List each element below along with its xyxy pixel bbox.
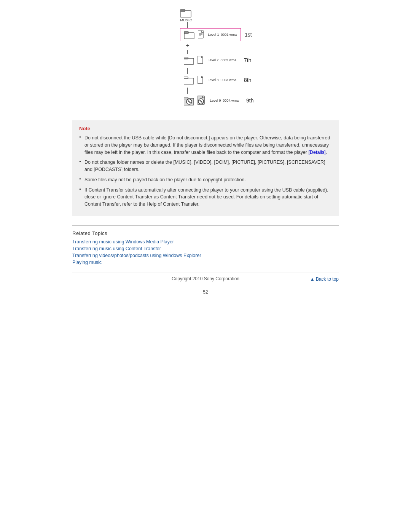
- svg-rect-10: [198, 56, 203, 64]
- svg-rect-13: [198, 76, 203, 83]
- note-item-2: Do not change folder names or delete the…: [79, 159, 332, 173]
- row-1-icons: Level 1 0001.wma: [180, 28, 241, 41]
- folder-icon-7: [184, 56, 194, 65]
- related-link-4[interactable]: Playing music: [72, 260, 339, 265]
- music-folder-icon: [180, 8, 192, 18]
- connector-3: [187, 88, 188, 94]
- diagram-row-7: Level 7 0002.wma 7th: [180, 54, 251, 66]
- svg-rect-4: [198, 30, 203, 38]
- row-1-label: Level 1 0001.wma: [208, 33, 237, 37]
- row-7-icons: Level 7 0002.wma: [180, 54, 240, 66]
- ordinal-1: 1st: [245, 32, 252, 38]
- footer-right: ▲ Back to top: [250, 276, 339, 282]
- row-8-label: Level 8 0003.wma: [207, 78, 236, 82]
- note-item-4: If Content Transfer starts automatically…: [79, 187, 332, 208]
- note-box: Note Do not disconnect the USB cable whi…: [72, 120, 339, 216]
- ordinal-7: 7th: [244, 57, 251, 63]
- forbidden-folder-icon: [184, 95, 194, 106]
- connector-1: [187, 50, 188, 54]
- footer-area: Copyright 2010 Sony Corporation ▲ Back t…: [72, 273, 339, 282]
- related-link-1[interactable]: Transferring music using Windows Media P…: [72, 239, 339, 244]
- row-9-label: Level 9 0004.wma: [210, 99, 239, 102]
- folder-icon-8: [184, 75, 194, 85]
- file-icon-8: [198, 76, 204, 84]
- svg-rect-15: [184, 97, 188, 99]
- note-item-1: Do not disconnect the USB cable while [D…: [79, 134, 332, 156]
- related-section: Related Topics Transferring music using …: [72, 225, 339, 265]
- back-to-top-link[interactable]: ▲ Back to top: [310, 276, 339, 282]
- connector-0: [187, 22, 188, 28]
- related-topics-title: Related Topics: [72, 230, 339, 236]
- copyright-text: Copyright 2010 Sony Corporation: [161, 276, 250, 281]
- row-8-icons: Level 8 0003.wma: [180, 74, 240, 86]
- page-container: MUSIC: [0, 0, 411, 532]
- note-item-3: Some files may not be played back on the…: [79, 176, 332, 184]
- row-7-label: Level 7 0002.wma: [207, 58, 236, 62]
- row-9-icons: Level 9 0004.wma: [180, 94, 242, 107]
- connector-2: [187, 68, 188, 74]
- page-number: 52: [203, 289, 208, 295]
- diagram-section: MUSIC: [157, 8, 253, 109]
- file-icon-1: [198, 30, 205, 39]
- diagram-container: MUSIC: [157, 8, 253, 109]
- forbidden-file-icon: [198, 95, 207, 106]
- music-label: MUSIC: [180, 18, 192, 22]
- details-link[interactable]: [Details]: [309, 150, 326, 155]
- ordinal-9: 9th: [246, 97, 253, 104]
- diagram-row-1: Level 1 0001.wma 1st: [180, 28, 252, 41]
- ordinal-8: 8th: [244, 77, 251, 83]
- music-folder-group: MUSIC: [180, 8, 192, 22]
- plus-connector: +: [186, 43, 189, 49]
- note-title: Note: [79, 126, 332, 131]
- related-link-2[interactable]: Transferring music using Content Transfe…: [72, 246, 339, 251]
- diagram-row-8: Level 8 0003.wma 8th: [180, 74, 251, 86]
- file-icon-7: [198, 56, 204, 64]
- note-list: Do not disconnect the USB cable while [D…: [79, 134, 332, 208]
- related-link-3[interactable]: Transferring videos/photos/podcasts usin…: [72, 253, 339, 258]
- folder-icon-1: [184, 30, 195, 39]
- diagram-row-9: Level 9 0004.wma 9th: [180, 94, 253, 107]
- content-area: Note Do not disconnect the USB cable whi…: [72, 120, 339, 273]
